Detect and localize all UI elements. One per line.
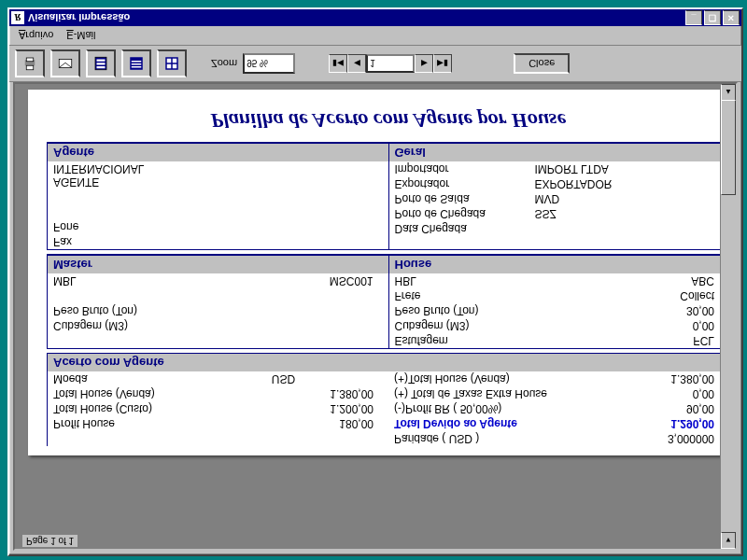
- titlebar: R Visualizar Impressão _ ❐ ✕: [9, 9, 741, 26]
- mail-button[interactable]: [50, 49, 80, 77]
- layout1-button[interactable]: [86, 49, 116, 77]
- svg-rect-11: [132, 61, 142, 63]
- layout2-button[interactable]: [121, 49, 151, 77]
- header-acerto: Acerto com Agente: [48, 354, 729, 371]
- scroll-down-button[interactable]: ▼: [721, 532, 736, 549]
- close-window-button[interactable]: ✕: [723, 10, 740, 25]
- svg-rect-14: [173, 64, 177, 69]
- minimize-button[interactable]: _: [685, 10, 702, 25]
- svg-rect-2: [26, 58, 34, 62]
- header-geral: Geral: [389, 143, 730, 161]
- maximize-button[interactable]: ❐: [704, 10, 721, 25]
- zoom-label: Zoom: [211, 58, 237, 69]
- menubar: Arquivo E-Mail: [9, 26, 741, 45]
- svg-rect-13: [167, 64, 172, 69]
- header-house: House: [389, 255, 730, 273]
- page-indicator: Page 1 of 1: [22, 535, 78, 547]
- report-title: Planilha de Acerto com Agente por House: [47, 108, 730, 133]
- toolbar: Zoom 95 % ▮◀ ◀ 1 ▶ ▶▮ Close: [9, 45, 741, 82]
- frame-agente-geral: Agente AGENTE INTERNACIONAL Fone Fax Ger…: [47, 142, 730, 250]
- document-area: Planilha de Acerto com Agente por House …: [13, 82, 738, 551]
- last-page-button[interactable]: ▶▮: [433, 54, 452, 73]
- header-agente: Agente: [48, 143, 388, 161]
- layout3-button[interactable]: [157, 49, 187, 77]
- prev-page-button[interactable]: ◀: [347, 54, 366, 73]
- svg-rect-16: [173, 59, 177, 63]
- app-window: R Visualizar Impressão _ ❐ ✕ Arquivo E-M…: [7, 7, 743, 556]
- first-page-button[interactable]: ▮◀: [329, 54, 347, 73]
- scroll-up-button[interactable]: ▲: [721, 84, 736, 101]
- frame-acerto: Acerto com Agente MoedaUSD Total House (…: [47, 353, 730, 446]
- svg-rect-9: [132, 66, 142, 68]
- window-title: Visualizar Impressão: [28, 12, 685, 23]
- header-master: Master: [48, 255, 388, 273]
- svg-rect-15: [167, 59, 172, 63]
- svg-rect-6: [97, 63, 106, 64]
- svg-rect-1: [26, 65, 34, 70]
- svg-rect-7: [97, 60, 106, 62]
- menu-arquivo[interactable]: Arquivo: [13, 28, 59, 43]
- report-page: Planilha de Acerto com Agente por House …: [28, 90, 738, 455]
- menu-email[interactable]: E-Mail: [61, 28, 101, 43]
- next-page-button[interactable]: ▶: [415, 54, 433, 73]
- print-button[interactable]: [15, 49, 45, 77]
- page-nav: ▮◀ ◀ 1 ▶ ▶▮: [329, 54, 452, 73]
- scroll-thumb[interactable]: [721, 100, 736, 195]
- frame-master-house: Master MBLMSC001 Peso Bruto (Ton) Cubage…: [47, 254, 730, 349]
- svg-rect-10: [132, 63, 142, 65]
- zoom-input[interactable]: 95 %: [243, 53, 295, 74]
- close-button[interactable]: Close: [514, 53, 570, 74]
- svg-rect-5: [97, 66, 106, 68]
- app-icon: R: [11, 11, 24, 24]
- vertical-scrollbar[interactable]: ▲ ▼: [720, 84, 736, 549]
- page-input[interactable]: 1: [366, 54, 415, 73]
